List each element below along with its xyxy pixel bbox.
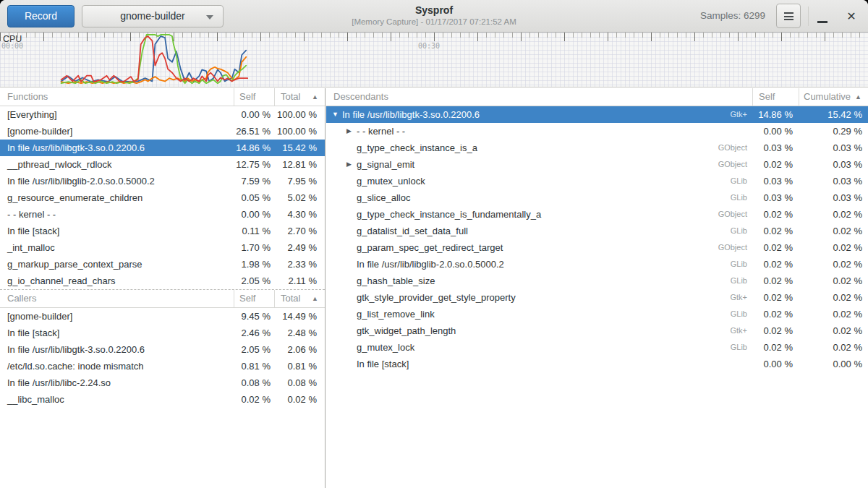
functions-column-header[interactable]: Functions — [0, 88, 234, 106]
callers-row[interactable]: __libc_malloc0.02 %0.02 % — [0, 391, 325, 408]
expander-spacer — [346, 273, 357, 289]
descendants-row[interactable]: g_datalist_id_set_data_fullGLib0.02 %0.0… — [326, 223, 868, 239]
descendants-row[interactable]: In file /usr/lib/libglib-2.0.so.0.5000.2… — [326, 256, 868, 273]
menu-button[interactable] — [776, 4, 801, 28]
descendants-row[interactable]: g_param_spec_get_redirect_targetGObject0… — [326, 239, 868, 256]
library-badge: Gtk+ — [730, 322, 752, 339]
expander-collapsed-icon[interactable]: ▶ — [346, 156, 357, 173]
functions-row[interactable]: - - kernel - -0.00 %4.30 % — [0, 206, 325, 223]
descendant-name-cell: g_type_check_instance_is_aGObject — [326, 140, 752, 156]
descendants-cumulative-column-header[interactable]: Cumulative ▲ — [799, 88, 868, 106]
total-percent: 2.49 % — [274, 239, 325, 256]
descendant-name-cell: ▶- - kernel - - — [326, 123, 752, 140]
descendant-name: g_list_remove_link — [357, 306, 435, 322]
library-badge: GLib — [731, 256, 752, 273]
descendants-row[interactable]: g_mutex_unlockGLib0.03 %0.03 % — [326, 173, 868, 189]
functions-row[interactable]: [Everything]0.00 %100.00 % — [0, 106, 325, 123]
process-selector-dropdown[interactable]: gnome-builder — [82, 5, 224, 27]
descendants-self-column-header[interactable]: Self — [752, 88, 799, 106]
descendants-row[interactable]: g_hash_table_sizeGLib0.02 %0.02 % — [326, 273, 868, 289]
cumulative-percent: 0.02 % — [799, 322, 868, 339]
callers-row[interactable]: In file /usr/lib/libgtk-3.so.0.2200.62.0… — [0, 341, 325, 358]
library-badge: GObject — [718, 206, 752, 223]
descendant-name: g_slice_alloc — [357, 189, 410, 206]
self-percent: 0.02 % — [752, 306, 799, 322]
expander-collapsed-icon[interactable]: ▶ — [346, 123, 357, 140]
descendants-column-header[interactable]: Descendants — [326, 88, 752, 106]
library-badge: GLib — [731, 273, 752, 289]
self-percent: 0.05 % — [234, 189, 274, 206]
record-button[interactable]: Record — [7, 5, 75, 27]
descendants-row[interactable]: g_type_check_instance_is_aGObject0.03 %0… — [326, 140, 868, 156]
expander-spacer — [346, 306, 357, 322]
descendants-row[interactable]: g_slice_allocGLib0.03 %0.03 % — [326, 189, 868, 206]
total-percent: 100.00 % — [274, 123, 325, 140]
function-name: [gnome-builder] — [0, 308, 234, 325]
callers-row[interactable]: [gnome-builder]9.45 %14.49 % — [0, 308, 325, 325]
expander-spacer — [346, 239, 357, 256]
descendants-row[interactable]: gtk_style_provider_get_style_propertyGtk… — [326, 289, 868, 306]
library-badge: Gtk+ — [730, 289, 752, 306]
library-badge: Gtk+ — [730, 106, 752, 123]
dropdown-arrow-icon — [206, 15, 213, 20]
descendant-name: g_mutex_lock — [357, 339, 414, 356]
self-percent: 9.45 % — [234, 308, 274, 325]
descendants-row[interactable]: gtk_widget_path_lengthGtk+0.02 %0.02 % — [326, 322, 868, 339]
expander-expanded-icon[interactable]: ▼ — [332, 106, 342, 123]
functions-row[interactable]: [gnome-builder]26.51 %100.00 % — [0, 123, 325, 140]
minimize-button[interactable] — [813, 3, 832, 29]
expander-spacer — [346, 140, 357, 156]
callers-self-column-header[interactable]: Self — [234, 290, 274, 307]
self-percent: 0.02 % — [752, 223, 799, 239]
descendants-row[interactable]: ▼In file /usr/lib/libgtk-3.so.0.2200.6Gt… — [326, 106, 868, 123]
descendant-name-cell: ▼In file /usr/lib/libgtk-3.so.0.2200.6Gt… — [326, 106, 752, 123]
callers-row[interactable]: In file /usr/lib/libc-2.24.so0.08 %0.08 … — [0, 374, 325, 391]
expander-spacer — [346, 173, 357, 189]
time-tick-mid: 00:30 — [418, 42, 440, 50]
cumulative-percent: 0.02 % — [799, 289, 868, 306]
header-bar: Record gnome-builder Sysprof [Memory Cap… — [0, 0, 868, 33]
library-badge: GLib — [731, 306, 752, 322]
library-badge: GLib — [731, 173, 752, 189]
descendants-row[interactable]: ▶- - kernel - -0.00 %0.29 % — [326, 123, 868, 140]
functions-row[interactable]: In file /usr/lib/libgtk-3.so.0.2200.614.… — [0, 140, 325, 156]
functions-total-column-header[interactable]: Total ▲ — [274, 88, 325, 106]
functions-table: [Everything]0.00 %100.00 %[gnome-builder… — [0, 106, 325, 289]
functions-row[interactable]: __pthread_rwlock_rdlock12.75 %12.81 % — [0, 156, 325, 173]
close-button[interactable]: ✕ — [841, 3, 862, 29]
self-percent: 0.00 % — [752, 123, 799, 140]
close-icon: ✕ — [846, 10, 856, 22]
callers-row[interactable]: /etc/ld.so.cache: inode mismatch0.81 %0.… — [0, 358, 325, 374]
functions-row[interactable]: g_resource_enumerate_children0.05 %5.02 … — [0, 189, 325, 206]
main-area: Functions Self Total ▲ [Everything]0.00 … — [0, 88, 868, 488]
functions-row[interactable]: In file [stack]0.11 %2.70 % — [0, 223, 325, 239]
function-name: In file /usr/lib/libgtk-3.so.0.2200.6 — [0, 140, 234, 156]
descendants-row[interactable]: In file [stack]0.00 %0.00 % — [326, 356, 868, 372]
cpu-red-line — [61, 36, 248, 82]
descendants-row[interactable]: g_mutex_lockGLib0.02 %0.02 % — [326, 339, 868, 356]
cumulative-percent: 0.02 % — [799, 239, 868, 256]
cpu-timeline-graph[interactable]: CPU 00:00 00:30 — [0, 33, 868, 87]
functions-self-column-header[interactable]: Self — [234, 88, 274, 106]
library-badge: GLib — [731, 339, 752, 356]
self-percent: 0.81 % — [234, 358, 274, 374]
callers-total-column-header[interactable]: Total ▲ — [274, 290, 325, 307]
descendants-row[interactable]: g_type_check_instance_is_fundamentally_a… — [326, 206, 868, 223]
self-percent: 0.03 % — [752, 189, 799, 206]
callers-column-header[interactable]: Callers — [0, 290, 234, 307]
total-percent: 4.30 % — [274, 206, 325, 223]
self-percent: 1.98 % — [234, 256, 274, 273]
descendants-row[interactable]: g_list_remove_linkGLib0.02 %0.02 % — [326, 306, 868, 322]
functions-row[interactable]: _int_malloc1.70 %2.49 % — [0, 239, 325, 256]
callers-row[interactable]: In file [stack]2.46 %2.48 % — [0, 325, 325, 341]
title-box: Sysprof [Memory Capture] - 01/17/2017 07… — [253, 4, 615, 27]
descendants-row[interactable]: ▶g_signal_emitGObject0.02 %0.03 % — [326, 156, 868, 173]
cumulative-percent: 0.02 % — [799, 339, 868, 356]
descendant-name-cell: g_mutex_lockGLib — [326, 339, 752, 356]
function-name: __pthread_rwlock_rdlock — [0, 156, 234, 173]
functions-row[interactable]: g_io_channel_read_chars2.05 %2.11 % — [0, 273, 325, 289]
total-percent: 2.06 % — [274, 341, 325, 358]
functions-row[interactable]: g_markup_parse_context_parse1.98 %2.33 % — [0, 256, 325, 273]
functions-row[interactable]: In file /usr/lib/libglib-2.0.so.0.5000.2… — [0, 173, 325, 189]
sort-arrow-icon: ▲ — [312, 290, 318, 307]
